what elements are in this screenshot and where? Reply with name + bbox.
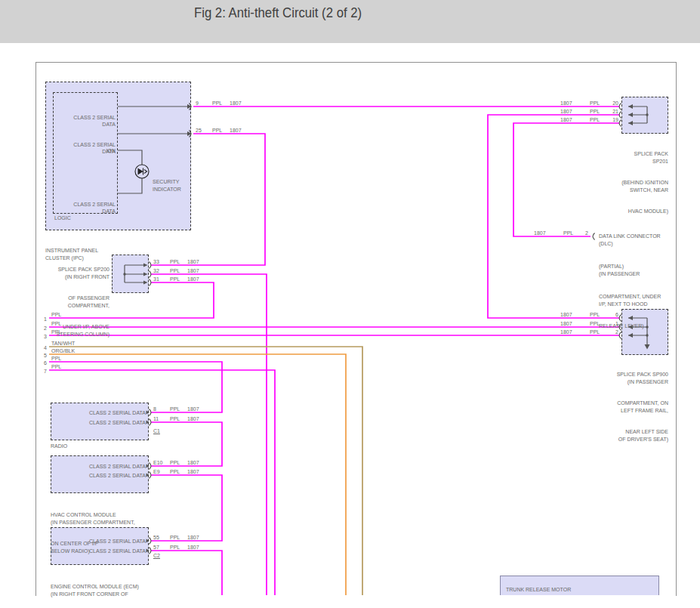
wire-color-label: TAN/WHT: [51, 340, 75, 347]
radio-name: RADIO: [51, 443, 67, 450]
pin-label-row: 33PPL1807: [153, 258, 199, 265]
hvac-signal-2: CLASS 2 SERIAL DATA: [63, 472, 146, 480]
ipc-signal-3: CLASS 2 SERIALDATA: [48, 187, 116, 230]
ipc-line-ign: [118, 150, 142, 165]
pin-label-row: 9PPL1807: [196, 100, 242, 106]
arrow-left-icon: [628, 104, 633, 109]
connector-glyph: [619, 112, 621, 119]
pin-label-row: 1807PPL2: [560, 329, 618, 335]
sp200-bus: [125, 265, 143, 282]
hvac-name: HVAC CONTROL MODULE(IN PASSENGER COMPART…: [51, 497, 135, 569]
pin-label-row: 8PPL1807: [153, 406, 199, 412]
pin-label-row: 32PPL1807: [153, 267, 199, 274]
pin-label-row: 1807PPL21: [560, 108, 618, 115]
arrow-left-icon: [628, 113, 633, 117]
trunk-release-motor-label: TRUNK RELEASE MOTOR: [506, 586, 571, 594]
pin-label-row: E10PPL1807: [153, 459, 199, 466]
wire-number: 4: [36, 345, 47, 350]
pin-label-row: 55PPL1807: [153, 534, 199, 541]
connector-id: C2: [153, 552, 160, 560]
wire-color-label: ORG/BLK: [51, 347, 75, 355]
wire-color-label: PPL: [51, 355, 61, 363]
wire-number: 7: [36, 369, 47, 374]
wire-color-label: PPL: [51, 320, 61, 328]
wire-left6-radio-8: [49, 362, 222, 412]
wire-color-label: PPL: [51, 329, 61, 336]
ecm-signal-1: CLASS 2 SERIAL DATA: [63, 538, 146, 545]
ecm-name: ENGINE CONTROL MODULE (ECM)(IN RIGHT FRO…: [51, 569, 139, 608]
connector-glyph: [619, 120, 621, 127]
pin-label-row: 57PPL1807: [153, 544, 199, 551]
ipc-line-class2: [118, 178, 142, 193]
security-indicator-label: SECURITYINDICATOR: [153, 164, 181, 207]
ecm-signal-2: CLASS 2 SERIAL DATA: [63, 548, 146, 555]
wire-color-label: PPL: [51, 311, 61, 319]
arrow-right-icon: [146, 474, 150, 477]
connector-glyph: [150, 262, 152, 269]
pin-label-row: 1807PPL20: [560, 100, 618, 106]
connector-glyph: [619, 103, 621, 110]
junction-dot: [646, 113, 648, 116]
wire-hvac-e9-ecm-55: [151, 475, 222, 541]
wire-ecm-57-down: [151, 551, 222, 595]
wire-color-label: PPL: [51, 363, 61, 371]
arrow-right-icon: [146, 549, 150, 553]
connector-id: C1: [153, 427, 160, 435]
connector-glyph: [593, 233, 595, 240]
ipc-signal-ign: IGN: [48, 147, 116, 155]
arrow-right-icon: [146, 464, 150, 468]
arrow-left-icon: [628, 121, 633, 125]
pin-label-row: 1807PPL2: [534, 230, 588, 236]
wire-number: 1: [36, 316, 47, 322]
arrow-right-icon: [146, 411, 150, 415]
sp900-label: SPLICE PACK SP900(IN PASSENGER COMPARTME…: [578, 356, 668, 457]
arrow-down-icon: [645, 344, 650, 350]
arrow-right-icon: [143, 264, 148, 267]
led-chevron-icon: [144, 170, 147, 174]
wire-number: 6: [36, 360, 47, 366]
pin-label-row: 1807PPL6: [560, 311, 618, 318]
hvac-signal-1: CLASS 2 SERIAL DATA: [63, 463, 146, 471]
wire-number: 2: [36, 326, 47, 331]
pin-label-row: 11PPL1807: [153, 415, 199, 422]
connector-glyph: [150, 279, 152, 286]
pin-label-row: E9PPL1807: [153, 468, 199, 475]
pin-label-row: 25PPL1807: [196, 127, 242, 134]
radio-signal-1: CLASS 2 SERIAL DATA: [63, 409, 146, 417]
sp201-label: SPLICE PACKSP201 (BEHIND IGNITIONSWITCH,…: [585, 136, 668, 230]
wiring-diagram-page: Fig 2: Anti-theft Circuit (2 of 2): [0, 0, 700, 608]
wire-number: 3: [36, 334, 47, 339]
wire-number: 5: [36, 353, 47, 358]
pin-label-row: 1807PPL1: [560, 320, 618, 327]
pin-label-row: 1807PPL19: [560, 116, 618, 123]
junction-dot: [123, 273, 125, 275]
radio-signal-2: CLASS 2 SERIAL DATA: [63, 419, 146, 427]
connector-glyph: [150, 271, 152, 278]
logic-label: LOGIC: [54, 214, 71, 222]
arrow-right-icon: [146, 539, 150, 543]
arrow-right-icon: [146, 421, 150, 424]
arrow-right-icon: [143, 281, 148, 285]
pin-label-row: 31PPL1807: [153, 276, 199, 282]
arrow-right-icon: [143, 273, 148, 276]
led-triangle-icon: [138, 168, 143, 175]
